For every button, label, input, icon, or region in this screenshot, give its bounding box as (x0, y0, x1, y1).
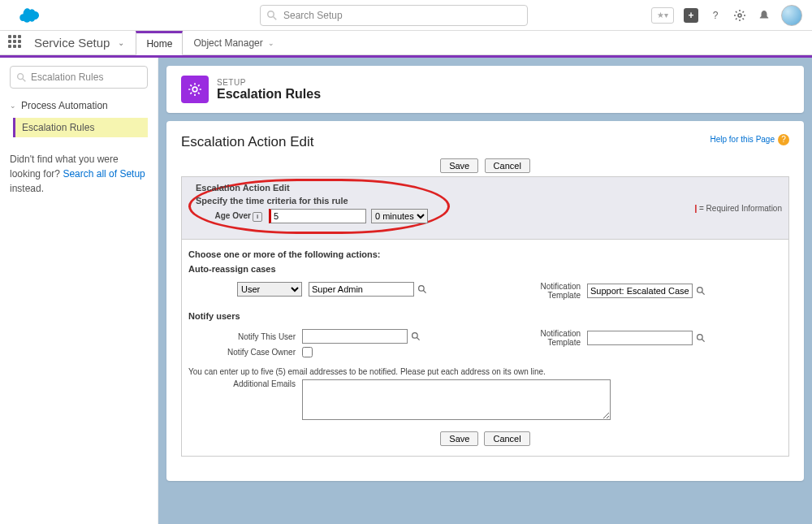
setup-header-card: SETUP Escalation Rules (166, 66, 804, 113)
section-title: Escalation Action Edit (196, 183, 290, 193)
bell-icon[interactable] (757, 8, 771, 23)
help-link[interactable]: Help for this Page? (710, 134, 790, 145)
svg-point-6 (418, 285, 424, 291)
gear-icon (181, 76, 209, 103)
sidebar: Escalation Rules ⌄ Process Automation Es… (0, 58, 158, 524)
emails-note: You can enter up to five (5) email addre… (188, 367, 782, 376)
cancel-button-bottom[interactable]: Cancel (484, 431, 529, 446)
lookup-icon[interactable] (695, 285, 706, 297)
app-launcher-icon[interactable] (8, 35, 24, 51)
search-placeholder: Search Setup (283, 10, 343, 21)
svg-line-11 (417, 337, 419, 340)
auto-reassign-label: Auto-reassign cases (188, 264, 782, 274)
chevron-down-icon: ⌄ (10, 102, 16, 110)
tab-home[interactable]: Home (136, 31, 183, 55)
header-actions: ★▾ + ? (651, 5, 802, 26)
lookup-icon[interactable] (417, 284, 428, 295)
svg-point-8 (697, 287, 702, 292)
help-icon: ? (778, 134, 789, 145)
button-row-top: Save Cancel (181, 158, 789, 173)
search-icon (267, 11, 277, 20)
lookup-icon[interactable] (410, 331, 421, 342)
age-over-input[interactable] (269, 209, 366, 223)
tree-node-process-automation[interactable]: ⌄ Process Automation (10, 100, 148, 111)
notify-users-label: Notify users (188, 311, 782, 321)
avatar[interactable] (781, 5, 802, 26)
age-over-unit-select[interactable]: 0 minutes (371, 209, 428, 223)
choose-actions-label: Choose one or more of the following acti… (188, 249, 782, 259)
tree-item-escalation-rules[interactable]: Escalation Rules (13, 118, 148, 137)
info-icon[interactable]: i (253, 212, 262, 222)
button-row-bottom: Save Cancel (188, 431, 782, 446)
global-search[interactable]: Search Setup (260, 5, 528, 26)
salesforce-logo (16, 6, 44, 25)
svg-point-12 (697, 334, 702, 340)
context-bar: Service Setup ⌄ Home Object Manager⌄ (0, 31, 812, 55)
page-title: Escalation Action Edit (181, 134, 789, 150)
section-header: Escalation Action Edit Specify the time … (181, 176, 789, 240)
section-body: Choose one or more of the following acti… (181, 240, 789, 457)
time-criteria-label: Specify the time criteria for this rule (196, 196, 348, 206)
tab-object-manager[interactable]: Object Manager⌄ (183, 31, 284, 55)
svg-line-1 (274, 16, 277, 19)
svg-point-3 (18, 73, 24, 79)
notify-this-user-input[interactable] (302, 329, 408, 344)
search-icon (17, 73, 26, 82)
notification-template-input[interactable] (587, 284, 693, 298)
svg-point-2 (738, 14, 741, 17)
notify-case-owner-label: Notify Case Owner (188, 348, 302, 357)
notify-case-owner-checkbox[interactable] (302, 347, 313, 357)
additional-emails-textarea[interactable] (302, 379, 611, 420)
cancel-button[interactable]: Cancel (485, 158, 530, 173)
app-name: Service Setup (34, 36, 110, 50)
svg-line-7 (423, 290, 425, 292)
lookup-icon[interactable] (695, 332, 706, 344)
save-button-bottom[interactable]: Save (440, 431, 478, 446)
svg-point-0 (268, 11, 274, 17)
main-layout: Escalation Rules ⌄ Process Automation Es… (0, 58, 812, 524)
svg-line-4 (23, 78, 25, 80)
required-info: | = Required Information (694, 204, 782, 213)
user-type-select[interactable]: User (237, 282, 302, 297)
global-header: Search Setup ★▾ + ? (0, 0, 812, 31)
body-card: Help for this Page? Escalation Action Ed… (166, 121, 804, 481)
svg-point-5 (192, 87, 197, 92)
no-results-text: Didn't find what you were looking for? S… (10, 152, 148, 196)
svg-point-10 (412, 332, 417, 338)
help-icon[interactable]: ? (708, 8, 723, 23)
main-content: SETUP Escalation Rules Help for this Pag… (158, 58, 812, 524)
setup-breadcrumb: SETUP (217, 78, 321, 87)
favorites-button[interactable]: ★▾ (651, 7, 674, 24)
notification-template-label: Notification Template (506, 282, 587, 300)
notification-template-input-2[interactable] (587, 331, 693, 345)
sidebar-filter-input[interactable]: Escalation Rules (10, 66, 148, 89)
save-button[interactable]: Save (440, 158, 478, 173)
svg-line-13 (702, 339, 704, 341)
age-over-label: Age Overi (196, 211, 269, 222)
global-add-button[interactable]: + (684, 8, 698, 23)
gear-icon[interactable] (732, 8, 747, 23)
setup-title: Escalation Rules (217, 87, 321, 102)
user-lookup-input[interactable] (309, 282, 414, 297)
additional-emails-label: Additional Emails (188, 379, 302, 388)
chevron-down-icon: ⌄ (268, 39, 274, 47)
notify-this-user-label: Notify This User (188, 332, 302, 341)
svg-line-9 (702, 292, 704, 294)
notification-template-label-2: Notification Template (506, 329, 587, 347)
chevron-down-icon[interactable]: ⌄ (118, 38, 124, 47)
search-all-link[interactable]: Search all of Setup (63, 168, 145, 180)
